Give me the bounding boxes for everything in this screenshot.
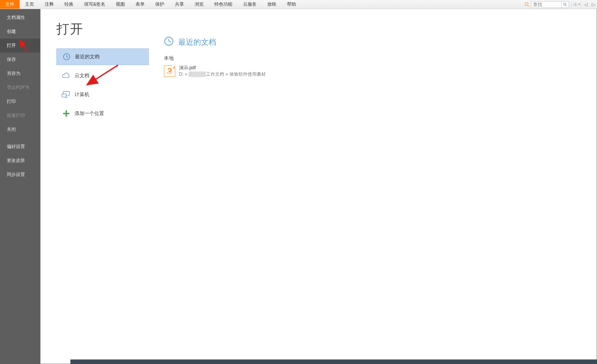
computer-icon [61,90,72,99]
recent-header-label: 最近的文档 [178,37,216,47]
sidebar-item-preferences[interactable]: 偏好设置 [0,140,40,154]
file-path: D: » ████工作文档 » 体验软件使用素材 [179,71,266,78]
svg-line-1 [528,5,529,6]
sidebar-item-sync[interactable]: 同步设置 [0,168,40,182]
svg-point-4 [575,4,576,5]
recent-file-row[interactable]: PDF 演示.pdf D: » ████工作文档 » 体验软件使用素材 [164,64,593,78]
cloud-icon [61,71,72,80]
ribbon-tab-home[interactable]: 主页 [20,0,39,9]
location-add[interactable]: 添加一个位置 [56,105,149,122]
page-title: 打开 [56,20,150,38]
sidebar-item-close[interactable]: 关闭 [0,123,40,137]
sidebar-item-docprops[interactable]: 文档属性 [0,11,40,25]
nav-prev-icon[interactable]: ◁ [582,0,589,9]
sidebar-item-batchprint[interactable]: 批量打印 [0,109,40,123]
redacted-segment: ████ [189,72,206,77]
clock-icon [164,36,174,48]
search-button[interactable] [561,1,569,8]
plus-icon [61,109,72,118]
nav-next-icon[interactable]: ▷ [589,0,597,9]
ribbon-tab-slideshow[interactable]: 放映 [262,0,282,9]
ribbon-tab-fill-sign[interactable]: 填写&签名 [79,0,111,9]
sidebar-item-create[interactable]: 创建 [0,25,40,39]
location-computer[interactable]: 计算机 [56,86,149,103]
svg-point-2 [564,3,566,5]
ribbon-tab-protect[interactable]: 保护 [150,0,170,9]
svg-rect-0 [525,3,528,5]
location-recent[interactable]: 最近的文档 [56,48,149,65]
recent-panel: 最近的文档 本地 PDF 演示.pdf D: » ████工作文档 » 体验软件… [150,9,597,364]
location-label: 最近的文档 [75,53,100,60]
section-label-local: 本地 [164,55,593,62]
ribbon-tab-view[interactable]: 视图 [111,0,130,9]
ribbon-tab-feature[interactable]: 特色功能 [209,0,238,9]
sidebar-item-open[interactable]: 打开 [0,39,40,53]
content-area: 打开 最近的文档 云文档 [40,9,597,364]
search-area [524,0,571,9]
svg-rect-7 [62,94,66,97]
ribbon-tab-file[interactable]: 文件 [0,0,20,9]
ribbon-tab-form[interactable]: 表单 [130,0,150,9]
ribbon-tab-browse[interactable]: 浏览 [189,0,209,9]
location-label: 云文档 [75,72,89,79]
sidebar-item-skin[interactable]: 更改皮肤 [0,154,40,168]
ribbon-spacer [301,0,524,9]
ribbon-tab-share[interactable]: 共享 [170,0,189,9]
page-search-icon[interactable] [524,1,530,8]
ribbon-tab-convert[interactable]: 转换 [59,0,79,9]
separator [581,1,581,8]
search-input[interactable] [531,1,561,8]
ribbon-tab-help[interactable]: 帮助 [282,0,301,9]
sidebar-item-export[interactable]: 导出PDF为 [0,81,40,95]
locations-list: 最近的文档 云文档 计算机 [56,48,149,122]
svg-line-3 [566,5,567,6]
sidebar-item-save[interactable]: 保存 [0,53,40,67]
file-menu-sidebar: 文档属性 创建 打开 保存 另存为 导出PDF为 打印 批量打印 关闭 偏好设置… [0,9,40,364]
pdf-file-icon: PDF [164,65,175,77]
sidebar-item-print[interactable]: 打印 [0,95,40,109]
location-label: 计算机 [75,91,89,98]
ribbon-tab-cloud[interactable]: 云服务 [238,0,262,9]
sidebar-gap [0,137,40,140]
clock-icon [61,52,72,61]
recent-header: 最近的文档 [164,36,593,48]
file-name: 演示.pdf [179,65,266,71]
ribbon-tabs: 文件 主页 注释 转换 填写&签名 视图 表单 保护 共享 浏览 特色功能 云服… [0,0,597,9]
svg-rect-10 [63,113,70,114]
bottom-bar-stub [70,359,597,364]
location-label: 添加一个位置 [75,110,104,117]
locations-column: 打开 最近的文档 云文档 [41,9,150,364]
location-cloud[interactable]: 云文档 [56,67,149,84]
file-text: 演示.pdf D: » ████工作文档 » 体验软件使用素材 [179,65,266,78]
ribbon-tab-annotate[interactable]: 注释 [39,0,59,9]
separator [571,1,572,8]
gear-icon[interactable]: ▾ [572,0,580,9]
sidebar-item-saveas[interactable]: 另存为 [0,67,40,81]
